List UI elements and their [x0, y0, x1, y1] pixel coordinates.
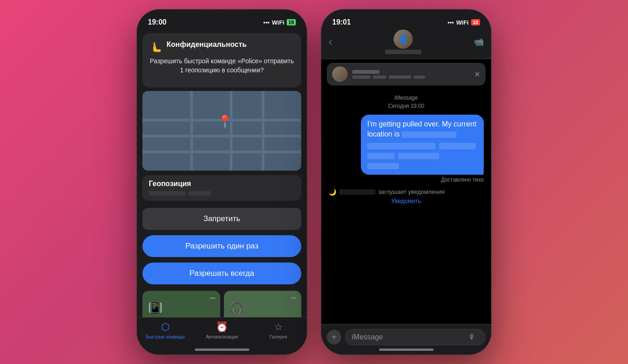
road-vertical-1: [190, 91, 193, 171]
notif-blur-2: [373, 76, 386, 79]
privacy-dialog: 🫷 Конфиденциальность Разрешить быстрой к…: [142, 33, 301, 87]
location-address: [149, 190, 295, 196]
contact-name: [385, 50, 421, 54]
deny-button[interactable]: Запретить: [142, 208, 301, 230]
privacy-description: Разрешить быстрой команде «Police» отпра…: [150, 57, 294, 75]
focus-text: заглушает уведомления: [378, 188, 445, 195]
address-blur-2: [188, 191, 211, 196]
time-1: 19:00: [148, 18, 167, 26]
iphone-tile-icon: 📳: [148, 301, 215, 315]
location-blur-1: [402, 131, 456, 138]
road-horizontal-2: [142, 135, 301, 137]
location-section: Геопозиция: [142, 175, 301, 201]
app-tile-iphone[interactable]: ••• 📳 iPhone: [142, 291, 220, 317]
map-background: [142, 91, 301, 171]
home-indicator-2: [379, 349, 434, 351]
location-blur-3: [439, 143, 476, 149]
back-button[interactable]: ‹: [329, 35, 332, 48]
privacy-title: Конфиденциальность: [167, 40, 247, 49]
status-icons-1: ▪▪▪ WiFi 19: [263, 19, 296, 26]
tile-dots-1: •••: [210, 295, 216, 302]
notify-link[interactable]: Уведомить: [329, 197, 484, 204]
tile-dots-2: •••: [291, 295, 297, 302]
tab-gallery-label: Галерея: [270, 334, 287, 339]
contact-avatar: 👤: [394, 30, 413, 49]
map-container: 📍: [142, 91, 301, 171]
app-tile-headphones[interactable]: ••• 🎧 Наушники: [224, 291, 302, 317]
signal-icon-2: ▪▪▪: [448, 19, 454, 26]
notif-message: [352, 76, 470, 79]
delivery-status: Доставлено тихо: [441, 177, 484, 183]
notif-content: [352, 70, 470, 79]
notification-close-button[interactable]: ✕: [474, 70, 480, 79]
address-blur: [149, 191, 185, 196]
phone1-content: 🫷 Конфиденциальность Разрешить быстрой к…: [137, 30, 307, 354]
contact-name-blur: [339, 189, 375, 195]
focus-status: 🌙 заглушает уведомления: [329, 188, 484, 196]
messages-header: ‹ 👤 📹: [321, 30, 491, 59]
signal-icon-1: ▪▪▪: [263, 19, 270, 26]
tab-automation[interactable]: ⏰ Автоматизация: [193, 321, 250, 339]
notif-blur-1: [352, 76, 370, 79]
status-bar-2: 19:01 ▪▪▪ WiFi 18: [321, 10, 491, 30]
header-center: 👤: [385, 30, 421, 54]
location-blur-6: [367, 163, 399, 169]
notif-blur-4: [414, 76, 425, 79]
notif-name: [352, 70, 380, 74]
message-input-field[interactable]: iMessage: [345, 329, 486, 345]
phones-container: 19:00 ▪▪▪ WiFi 19 🫷 Конфиденциальность Р…: [137, 9, 491, 355]
video-call-button[interactable]: 📹: [474, 37, 484, 47]
message-placeholder: iMessage: [352, 333, 383, 341]
tab-gallery[interactable]: ☆ Галерея: [250, 321, 307, 339]
map-pin: 📍: [217, 114, 233, 129]
wifi-icon-2: WiFi: [456, 19, 468, 26]
allow-always-button[interactable]: Разрешать всегда: [142, 263, 301, 284]
message-input-wrapper: iMessage 🎙: [345, 329, 486, 345]
message-timestamp: Сегодня 19:00: [329, 103, 484, 109]
road-vertical-3: [262, 91, 264, 171]
imessage-label: iMessage: [329, 95, 484, 101]
tab-shortcuts-label: Быстрые команды: [146, 334, 184, 339]
wifi-icon-1: WiFi: [272, 19, 284, 26]
privacy-header: 🫷 Конфиденциальность: [150, 40, 294, 53]
headphones-tile-icon: 🎧: [229, 301, 296, 315]
add-attachment-button[interactable]: +: [327, 330, 341, 344]
tab-automation-icon: ⏰: [216, 321, 228, 333]
allow-once-button[interactable]: Разрешить один раз: [142, 235, 301, 257]
status-icons-2: ▪▪▪ WiFi 18: [448, 19, 480, 26]
location-title: Геопозиция: [149, 180, 295, 188]
moon-icon: 🌙: [329, 188, 336, 196]
tab-shortcuts-icon: ⬡: [161, 321, 170, 333]
tab-gallery-icon: ☆: [274, 321, 283, 333]
road-vertical-2: [230, 91, 233, 171]
message-bubble: I'm getting pulled over. My current loca…: [361, 115, 484, 175]
time-2: 19:01: [332, 18, 351, 26]
road-horizontal-3: [142, 151, 301, 153]
location-blur-2: [367, 143, 436, 149]
phone-2: 19:01 ▪▪▪ WiFi 18 ‹ 👤 📹: [321, 9, 491, 355]
status-bar-1: 19:00 ▪▪▪ WiFi 19: [137, 10, 307, 30]
phone-1: 19:00 ▪▪▪ WiFi 19 🫷 Конфиденциальность Р…: [137, 9, 307, 355]
privacy-icon: 🫷: [150, 41, 162, 53]
battery-badge-1: 19: [287, 19, 296, 25]
location-blur-4: [367, 153, 395, 159]
mic-button[interactable]: 🎙: [468, 333, 476, 341]
notif-avatar: [332, 66, 348, 82]
home-indicator-1: [195, 349, 249, 351]
phone2-content: ‹ 👤 📹 ✕: [321, 30, 491, 354]
messages-area: iMessage Сегодня 19:00 I'm getting pulle…: [321, 89, 491, 324]
tab-automation-label: Автоматизация: [206, 334, 238, 339]
notification-banner[interactable]: ✕: [327, 63, 486, 86]
battery-badge-2: 18: [471, 19, 480, 25]
app-grid: ••• 📳 iPhone ••• 🎧 Наушники ••• 📋 ••• ⬡: [142, 291, 301, 317]
location-blur-5: [398, 153, 439, 159]
notif-blur-3: [389, 76, 411, 79]
tab-shortcuts[interactable]: ⬡ Быстрые команды: [137, 321, 193, 339]
